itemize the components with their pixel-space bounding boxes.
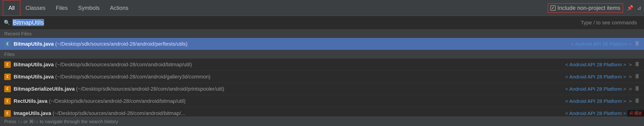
- top-bar: All Classes Files Symbols Actions ✓ Incl…: [0, 0, 644, 16]
- file-content-1: BitmapUtils.java (~/Desktop/sdk/sources/…: [14, 74, 566, 80]
- search-input[interactable]: BitmapUtils: [12, 19, 640, 26]
- search-icon: 🔍: [4, 20, 10, 26]
- file-filename-1: BitmapUtils.java: [14, 74, 54, 80]
- file-icon-3: C: [4, 98, 11, 105]
- tab-symbols-label: Symbols: [78, 5, 100, 11]
- tab-symbols[interactable]: Symbols: [73, 0, 105, 16]
- recent-files-label: Recent Files: [4, 31, 32, 36]
- file-db-icon-1: 🗄: [634, 74, 640, 79]
- file-item-3[interactable]: C RectUtils.java (~/Desktop/sdk/sources/…: [0, 95, 644, 107]
- item-path-0: (~/Desktop/sdk/sources/android-28/androi…: [55, 41, 188, 47]
- file-path-3: (~/Desktop/sdk/sources/android-28/com/an…: [49, 98, 186, 104]
- file-scope-1: < Android API 28 Platform >: [566, 74, 626, 80]
- file-db-icon-0: 🗄: [634, 62, 640, 67]
- files-label: Files: [4, 52, 14, 57]
- item-filename-0: BitmapUtils.java: [14, 41, 54, 47]
- file-icon-4: C: [4, 110, 11, 117]
- file-scope-2: < Android API 28 Platform >: [566, 86, 626, 92]
- item-icon-0: C: [4, 41, 11, 47]
- search-hint: Type / to see commands: [581, 20, 637, 26]
- file-filename-4: ImageUtils.java: [14, 110, 51, 116]
- file-path-1: (~/Desktop/sdk/sources/android-28/com/an…: [55, 74, 210, 80]
- file-arrow-2: >: [629, 86, 632, 92]
- file-scope-3: < Android API 28 Platform >: [566, 98, 626, 104]
- watermark: 开发者: [628, 110, 644, 117]
- tab-actions[interactable]: Actions: [105, 0, 134, 16]
- file-path-0: (~/Desktop/sdk/sources/android-28/com/an…: [55, 62, 192, 67]
- file-item-0[interactable]: C BitmapUtils.java (~/Desktop/sdk/source…: [0, 59, 644, 71]
- file-arrow-3: >: [629, 98, 632, 104]
- file-db-icon-2: 🗄: [634, 86, 640, 92]
- tab-files[interactable]: Files: [51, 0, 73, 16]
- file-content-3: RectUtils.java (~/Desktop/sdk/sources/an…: [14, 98, 566, 104]
- item-scope-0: < Android API 28 Platform >: [571, 41, 632, 47]
- file-right-2: < Android API 28 Platform > > 🗄: [566, 86, 640, 92]
- include-non-project-container[interactable]: ✓ Include non-project items: [548, 3, 623, 13]
- include-non-project-checkbox[interactable]: ✓: [550, 5, 556, 10]
- search-bar: 🔍 BitmapUtils Type / to see commands: [0, 16, 644, 29]
- file-arrow-1: >: [629, 74, 632, 80]
- file-path-2: (~/Desktop/sdk/sources/android-28/com/an…: [76, 86, 224, 92]
- status-text: Press ↑↓ or ⌘↑↓ to navigate through the …: [4, 119, 118, 124]
- file-content-2: BitmapSerializeUtils.java (~/Desktop/sdk…: [14, 86, 566, 92]
- tab-classes-label: Classes: [26, 5, 46, 11]
- tab-all-label: All: [8, 5, 15, 11]
- file-filename-0: BitmapUtils.java: [14, 62, 54, 67]
- file-icon-1: C: [4, 74, 11, 80]
- status-bar: Press ↑↓ or ⌘↑↓ to navigate through the …: [0, 117, 644, 126]
- item-right-0: < Android API 28 Platform > 🗄: [571, 41, 640, 47]
- file-item-1[interactable]: C BitmapUtils.java (~/Desktop/sdk/source…: [0, 71, 644, 83]
- tabs-container: All Classes Files Symbols Actions: [3, 0, 548, 16]
- watermark-text: 开发者: [630, 111, 642, 116]
- file-content-4: ImageUtils.java (~/Desktop/sdk/sources/a…: [14, 110, 566, 117]
- file-path-4: (~/Desktop/sdk/sources/android-28/com/an…: [52, 110, 185, 116]
- file-icon-2: C: [4, 86, 11, 92]
- item-content-0: BitmapUtils.java (~/Desktop/sdk/sources/…: [14, 41, 571, 47]
- file-right-3: < Android API 28 Platform > > 🗄: [566, 98, 640, 104]
- file-scope-0: < Android API 28 Platform >: [566, 62, 626, 67]
- search-query: BitmapUtils: [12, 19, 44, 26]
- pin-icon[interactable]: 📌: [627, 5, 633, 11]
- tab-all[interactable]: All: [3, 0, 20, 16]
- recent-files-header: Recent Files: [0, 29, 644, 38]
- file-item-2[interactable]: C BitmapSerializeUtils.java (~/Desktop/s…: [0, 83, 644, 95]
- files-header: Files: [0, 50, 644, 59]
- file-db-icon-3: 🗄: [634, 99, 640, 104]
- file-right-1: < Android API 28 Platform > > 🗄: [566, 74, 640, 80]
- file-icon-0: C: [4, 61, 11, 68]
- item-db-icon-0: 🗄: [634, 41, 640, 47]
- recent-item-0[interactable]: C BitmapUtils.java (~/Desktop/sdk/source…: [0, 38, 644, 50]
- filter-icon[interactable]: ⊿: [637, 5, 641, 11]
- file-content-0: BitmapUtils.java (~/Desktop/sdk/sources/…: [14, 62, 566, 68]
- file-right-0: < Android API 28 Platform > > 🗄: [566, 62, 640, 67]
- file-filename-3: RectUtils.java: [14, 98, 47, 104]
- tab-actions-label: Actions: [110, 5, 128, 11]
- file-scope-4: < Android API 28 Platform >: [566, 111, 626, 116]
- tab-files-label: Files: [56, 5, 68, 11]
- include-non-project-label: Include non-project items: [558, 5, 620, 11]
- file-filename-2: BitmapSerializeUtils.java: [14, 86, 74, 92]
- right-controls: ✓ Include non-project items 📌 ⊿: [548, 3, 641, 13]
- tab-classes[interactable]: Classes: [20, 0, 51, 16]
- file-arrow-0: >: [629, 62, 632, 67]
